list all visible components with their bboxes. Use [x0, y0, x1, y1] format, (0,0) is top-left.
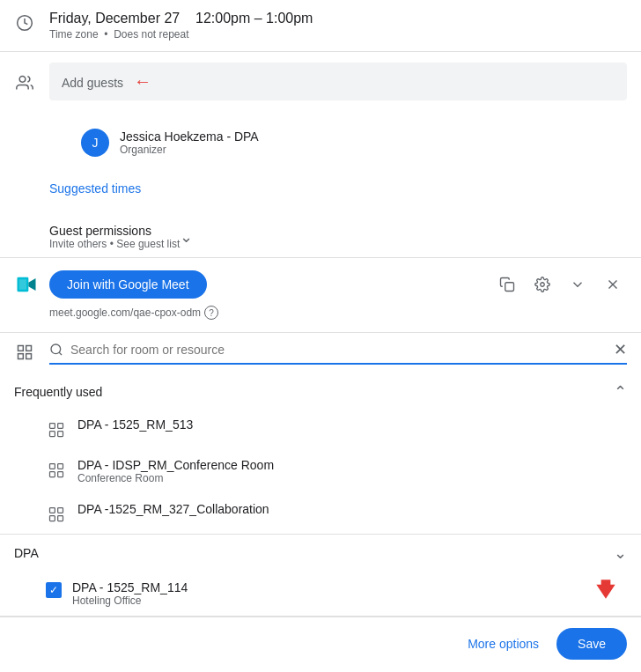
search-input-wrap: ✕: [49, 340, 627, 365]
meet-top: Join with Google Meet: [14, 270, 627, 299]
svg-rect-11: [18, 354, 24, 359]
datetime-main: Friday, December 27 12:00pm – 1:00pm: [49, 11, 627, 26]
add-guests-input[interactable]: Add guests ←: [49, 63, 627, 100]
svg-rect-23: [50, 508, 55, 513]
frequently-used-header: Frequently used ⌃: [0, 372, 641, 409]
guests-top: Add guests ←: [0, 52, 641, 107]
datetime-section: Friday, December 27 12:00pm – 1:00pm Tim…: [0, 0, 641, 52]
footer: More options Save: [0, 617, 641, 670]
svg-rect-4: [19, 279, 26, 290]
more-options-label: More options: [468, 637, 539, 651]
room-grid-icon-2: [46, 460, 67, 481]
svg-rect-16: [58, 424, 63, 429]
dpa-room-info: DPA - 1525_RM_114 Hoteling Office: [72, 580, 188, 607]
guest-item: J Jessica Hoekzema - DPA Organizer: [0, 122, 273, 164]
guest-name: Jessica Hoekzema - DPA: [120, 129, 259, 144]
room-name-1: DPA - 1525_RM_513: [77, 417, 193, 432]
time-text: 12:00pm – 1:00pm: [195, 11, 313, 26]
svg-rect-19: [50, 464, 55, 469]
room-checkbox[interactable]: ✓: [46, 582, 62, 598]
meet-section: Join with Google Meet: [0, 258, 641, 333]
avatar-initial: J: [92, 136, 99, 150]
red-down-arrow-indicator: [592, 575, 620, 606]
people-icon: [14, 72, 35, 93]
room-info-3: DPA -1525_RM_327_Collaboration: [77, 502, 269, 516]
building-icon: [14, 342, 35, 363]
room-section: ✕ Frequently used ⌃ DPA - 1525_RM_513: [0, 333, 641, 617]
frequently-used-chevron-icon[interactable]: ⌃: [614, 382, 627, 402]
svg-rect-5: [505, 283, 514, 292]
dpa-room-name: DPA - 1525_RM_114: [72, 580, 188, 594]
permissions-title: Guest permissions: [49, 224, 180, 238]
save-label: Save: [578, 637, 606, 651]
room-grid-icon: [46, 419, 67, 440]
dpa-room-wrapper: ✓ DPA - 1525_RM_114 Hoteling Office: [0, 572, 641, 616]
clock-icon: [14, 12, 35, 33]
room-name-2: DPA - IDSP_RM_Conference Room: [77, 458, 274, 472]
guest-permissions[interactable]: Guest permissions Invite others • See gu…: [0, 217, 207, 257]
red-arrow-indicator: ←: [134, 71, 151, 92]
expand-button[interactable]: [564, 270, 592, 299]
search-area: ✕: [0, 333, 641, 372]
join-meet-button[interactable]: Join with Google Meet: [49, 270, 207, 299]
add-guests-label: Add guests: [62, 76, 123, 90]
meet-help-icon[interactable]: ?: [204, 306, 218, 320]
search-clear-button[interactable]: ✕: [614, 340, 627, 359]
svg-rect-20: [58, 464, 63, 469]
dpa-room-item[interactable]: ✓ DPA - 1525_RM_114 Hoteling Office: [0, 572, 641, 616]
svg-rect-12: [26, 354, 32, 359]
svg-line-14: [59, 352, 62, 355]
guests-section: Add guests ← J Jessica Hoekzema - DPA Or…: [0, 52, 641, 258]
permissions-subtitle: Invite others • See guest list: [49, 238, 180, 250]
copy-link-button[interactable]: [493, 270, 521, 299]
room-name-3: DPA -1525_RM_327_Collaboration: [77, 502, 269, 516]
svg-marker-3: [28, 278, 35, 291]
meet-link-text: meet.google.com/qae-cpox-odm: [49, 306, 201, 319]
dpa-title: DPA: [14, 546, 39, 560]
room-info-1: DPA - 1525_RM_513: [77, 417, 193, 432]
svg-rect-17: [50, 432, 55, 437]
guest-role: Organizer: [120, 144, 259, 156]
suggested-times-text: Suggested times: [49, 181, 141, 196]
datetime-sub: Time zone • Does not repeat: [49, 28, 627, 41]
svg-rect-24: [58, 508, 63, 513]
suggested-times-link[interactable]: Suggested times: [0, 178, 155, 203]
dpa-header[interactable]: DPA ⌄: [0, 534, 641, 572]
search-icon: [49, 343, 63, 357]
settings-button[interactable]: [528, 270, 556, 299]
svg-point-6: [541, 283, 545, 287]
meet-left: Join with Google Meet: [14, 270, 207, 299]
search-input[interactable]: [70, 343, 607, 357]
room-item[interactable]: DPA - 1525_RM_513: [0, 409, 641, 449]
room-info-2: DPA - IDSP_RM_Conference Room Conference…: [77, 458, 274, 484]
svg-marker-27: [596, 580, 615, 598]
meet-link: meet.google.com/qae-cpox-odm ?: [14, 306, 627, 320]
svg-rect-22: [58, 472, 63, 477]
svg-point-1: [19, 76, 26, 82]
dpa-room-sub: Hoteling Office: [72, 594, 188, 607]
check-icon: ✓: [49, 584, 58, 596]
room-sub-2: Conference Room: [77, 472, 274, 484]
timezone-text: Time zone: [49, 28, 99, 41]
join-meet-label: Join with Google Meet: [67, 277, 189, 292]
dpa-chevron-icon[interactable]: ⌄: [614, 543, 627, 563]
guest-info: Jessica Hoekzema - DPA Organizer: [120, 129, 259, 156]
frequently-used-title: Frequently used: [14, 385, 102, 399]
guest-avatar: J: [81, 129, 109, 157]
svg-rect-25: [50, 516, 55, 521]
svg-rect-10: [26, 346, 32, 351]
room-item-2[interactable]: DPA - IDSP_RM_Conference Room Conference…: [0, 449, 641, 493]
repeat-text: Does not repeat: [114, 28, 188, 41]
date-text: Friday, December 27: [49, 11, 180, 26]
room-grid-icon-3: [46, 504, 67, 525]
svg-rect-26: [58, 516, 63, 521]
more-options-button[interactable]: More options: [457, 630, 549, 658]
permissions-chevron-icon[interactable]: ⌄: [180, 227, 193, 247]
svg-rect-18: [58, 432, 63, 437]
svg-rect-21: [50, 472, 55, 477]
svg-rect-9: [18, 346, 24, 351]
room-item-3[interactable]: DPA -1525_RM_327_Collaboration: [0, 493, 641, 534]
svg-point-13: [51, 344, 61, 354]
close-meet-button[interactable]: [599, 270, 627, 299]
save-button[interactable]: Save: [556, 628, 627, 660]
